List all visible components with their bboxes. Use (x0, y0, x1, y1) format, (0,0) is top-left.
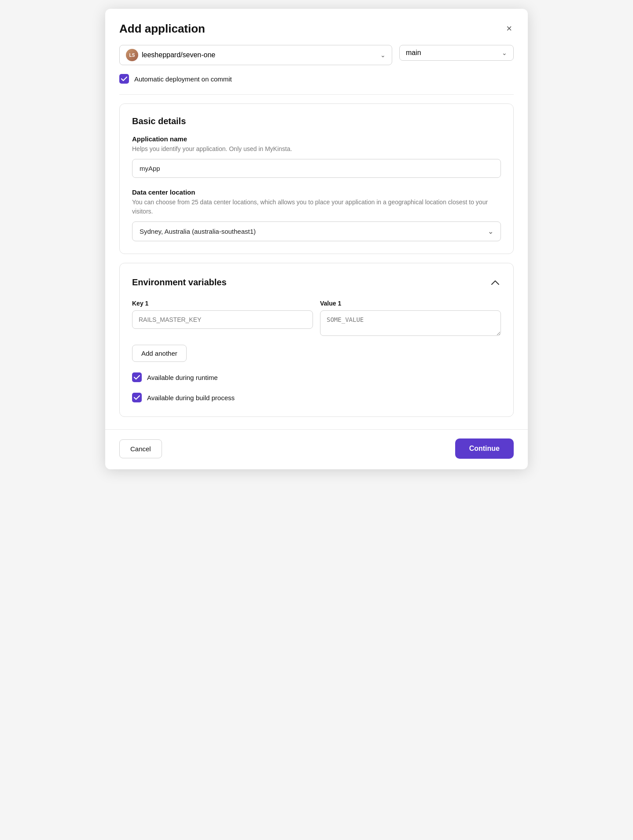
app-name-description: Helps you identify your application. Onl… (132, 144, 501, 154)
repo-select-wrapper: LS leesheppard/seven-one ⌄ (119, 45, 392, 65)
env-value-textarea[interactable] (320, 310, 501, 336)
branch-select[interactable]: main ⌄ (399, 45, 514, 61)
modal-title: Add application (119, 22, 205, 36)
env-value-label: Value 1 (320, 300, 501, 307)
auto-deploy-label: Automatic deployment on commit (134, 75, 232, 83)
datacenter-description: You can choose from 25 data center locat… (132, 198, 501, 216)
app-name-label: Application name (132, 135, 501, 143)
datacenter-dropdown-wrapper: Sydney, Australia (australia-southeast1)… (132, 221, 501, 241)
env-checkboxes: Available during runtime Available durin… (132, 371, 501, 404)
add-application-modal: Add application × LS leesheppard/seven-o… (105, 9, 528, 469)
continue-button[interactable]: Continue (455, 438, 514, 459)
env-value-group: Value 1 (320, 300, 501, 338)
build-checkmark-icon (134, 395, 140, 400)
runtime-checkbox-row: Available during runtime (132, 371, 501, 384)
env-key-group: Key 1 (132, 300, 313, 338)
modal-footer: Cancel Continue (105, 429, 528, 469)
runtime-label: Available during runtime (147, 374, 218, 381)
datacenter-label: Data center location (132, 188, 501, 196)
repo-select[interactable]: LS leesheppard/seven-one ⌄ (119, 45, 392, 65)
env-key-value-row: Key 1 Value 1 (132, 300, 501, 338)
datacenter-field-group: Data center location You can choose from… (132, 188, 501, 241)
add-another-button[interactable]: Add another (132, 345, 187, 362)
basic-details-title: Basic details (132, 116, 501, 126)
env-collapse-button[interactable] (489, 276, 501, 289)
datacenter-value: Sydney, Australia (australia-southeast1) (140, 228, 256, 235)
build-checkbox-row: Available during build process (132, 391, 501, 404)
branch-name-label: main (406, 49, 421, 57)
chevron-up-icon (491, 280, 499, 285)
modal-header: Add application × (105, 9, 528, 45)
env-title: Environment variables (132, 277, 227, 287)
runtime-checkbox[interactable] (132, 372, 142, 382)
env-key-label: Key 1 (132, 300, 313, 307)
repo-section: LS leesheppard/seven-one ⌄ main ⌄ (119, 45, 514, 95)
env-key-input[interactable] (132, 310, 313, 329)
env-variables-section: Environment variables Key 1 Value 1 (119, 263, 514, 417)
datacenter-chevron-icon: ⌄ (488, 227, 493, 236)
build-label: Available during build process (147, 394, 235, 402)
repo-chevron-icon: ⌄ (380, 52, 386, 59)
auto-deploy-checkbox[interactable] (119, 74, 129, 84)
env-header: Environment variables (132, 276, 501, 289)
branch-select-wrapper: main ⌄ (399, 45, 514, 65)
repo-avatar: LS (126, 49, 138, 61)
close-button[interactable]: × (504, 21, 514, 36)
modal-body: LS leesheppard/seven-one ⌄ main ⌄ (105, 45, 528, 426)
basic-details-section: Basic details Application name Helps you… (119, 103, 514, 254)
datacenter-select[interactable]: Sydney, Australia (australia-southeast1)… (132, 221, 501, 241)
build-checkbox[interactable] (132, 393, 142, 402)
auto-deploy-row: Automatic deployment on commit (119, 72, 514, 85)
branch-chevron-icon: ⌄ (502, 49, 507, 56)
checkmark-icon (121, 77, 127, 81)
app-name-input[interactable] (132, 159, 501, 178)
repo-select-left: LS leesheppard/seven-one (126, 49, 215, 61)
repo-name-label: leesheppard/seven-one (142, 51, 215, 59)
app-name-field-group: Application name Helps you identify your… (132, 135, 501, 178)
repo-row: LS leesheppard/seven-one ⌄ main ⌄ (119, 45, 514, 65)
cancel-button[interactable]: Cancel (119, 439, 162, 458)
runtime-checkmark-icon (134, 375, 140, 379)
